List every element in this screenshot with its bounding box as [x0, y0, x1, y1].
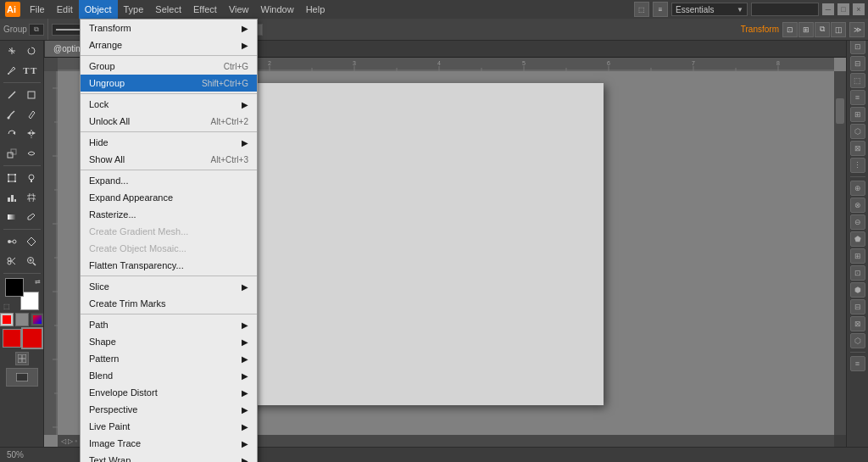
rp-btn-4[interactable]: ⬚	[850, 73, 865, 88]
gradient-tool[interactable]	[3, 208, 21, 226]
rotate-tool[interactable]	[3, 125, 21, 143]
menu-ungroup[interactable]: Ungroup Shift+Ctrl+G	[81, 75, 257, 92]
menu-transform[interactable]: Transform ▶	[81, 19, 257, 36]
arrange-mode-btn[interactable]: ⬚	[634, 2, 649, 17]
live-paint-tool[interactable]	[22, 232, 41, 251]
symbol-sprayer-tool[interactable]	[22, 169, 41, 187]
paintbrush-tool[interactable]	[3, 105, 21, 124]
menu-slice[interactable]: Slice ▶	[81, 278, 257, 295]
anchor-btn[interactable]: ⧉	[815, 22, 830, 37]
menu-image-trace[interactable]: Image Trace ▶	[81, 435, 257, 452]
screen-mode-btn[interactable]	[6, 368, 38, 387]
shape-tool[interactable]	[22, 86, 41, 104]
free-transform-tool[interactable]	[3, 169, 21, 187]
mesh-tool[interactable]	[22, 188, 41, 207]
menu-object[interactable]: Object	[79, 0, 118, 19]
menu-expand[interactable]: Expand...	[81, 172, 257, 189]
maximize-button[interactable]: □	[837, 3, 849, 15]
lasso-tool[interactable]	[22, 42, 41, 60]
pencil-tool[interactable]	[22, 105, 41, 124]
reflect-tool[interactable]	[22, 125, 41, 143]
eyedropper-tool[interactable]	[22, 208, 41, 226]
red-fill-btn[interactable]	[3, 329, 21, 348]
zoom-tool[interactable]	[22, 252, 41, 270]
magic-wand-tool[interactable]	[3, 42, 21, 60]
menu-shape[interactable]: Shape ▶	[81, 333, 257, 350]
blend-tool[interactable]	[3, 232, 21, 251]
panel-toggle-btn[interactable]: ≫	[849, 22, 865, 37]
rp-btn-11[interactable]: ⊗	[850, 198, 865, 213]
menu-live-paint[interactable]: Live Paint ▶	[81, 418, 257, 435]
rp-btn-9[interactable]: ⋮	[850, 158, 865, 173]
layout-mode-btn[interactable]: ≡	[653, 2, 668, 17]
rp-btn-17[interactable]: ⊟	[850, 299, 865, 314]
menu-arrange[interactable]: Arrange ▶	[81, 36, 257, 53]
line-tool[interactable]	[3, 86, 21, 104]
menu-group[interactable]: Group Ctrl+G	[81, 58, 257, 75]
rp-btn-8[interactable]: ⊠	[850, 141, 865, 156]
search-box[interactable]	[751, 3, 819, 16]
column-graph-tool[interactable]	[3, 188, 21, 207]
minimize-button[interactable]: ─	[822, 3, 834, 15]
menu-path[interactable]: Path ▶	[81, 316, 257, 333]
warp-tool[interactable]	[22, 144, 41, 163]
menu-rasterize[interactable]: Rasterize...	[81, 206, 257, 223]
default-colors-btn[interactable]: ⬚	[3, 303, 10, 310]
type-tool[interactable]: T T	[22, 61, 41, 80]
prev-page-btn[interactable]: ◁	[61, 437, 66, 445]
rp-btn-15[interactable]: ⊡	[850, 265, 865, 281]
rp-btn-20[interactable]: ≡	[850, 356, 865, 371]
next-page-btn[interactable]: ▷	[68, 437, 73, 445]
rp-btn-2[interactable]: ⊡	[850, 39, 865, 54]
scissors-tool[interactable]	[3, 252, 21, 270]
none-btn[interactable]	[15, 313, 29, 326]
rp-btn-13[interactable]: ⬟	[850, 231, 865, 247]
menu-select[interactable]: Select	[149, 0, 187, 19]
menu-effect[interactable]: Effect	[187, 0, 223, 19]
scale-tool[interactable]	[3, 144, 21, 163]
menu-window[interactable]: Window	[255, 0, 300, 19]
scrollbar-vertical[interactable]	[834, 71, 846, 435]
menu-text-wrap[interactable]: Text Wrap ▶	[81, 452, 257, 462]
rp-btn-14[interactable]: ⊞	[850, 248, 865, 264]
rp-btn-19[interactable]: ⬡	[850, 333, 865, 348]
menu-flatten-transparency[interactable]: Flatten Transparency...	[81, 257, 257, 274]
menu-pattern[interactable]: Pattern ▶	[81, 350, 257, 367]
rp-btn-10[interactable]: ⊕	[850, 181, 865, 196]
rp-btn-7[interactable]: ⬡	[850, 124, 865, 139]
menu-expand-appearance[interactable]: Expand Appearance	[81, 189, 257, 206]
menu-type[interactable]: Type	[118, 0, 150, 19]
color-mode-btn[interactable]	[0, 313, 14, 326]
view-btn[interactable]: ◫	[831, 22, 846, 37]
appearance-btn[interactable]	[31, 313, 44, 326]
menu-create-trim-marks[interactable]: Create Trim Marks	[81, 295, 257, 312]
menu-hide[interactable]: Hide ▶	[81, 134, 257, 151]
menu-unlock-all[interactable]: Unlock All Alt+Ctrl+2	[81, 113, 257, 130]
distribute-btn[interactable]: ⊞	[798, 22, 814, 37]
draw-normal-btn[interactable]	[15, 352, 29, 365]
pen-tool[interactable]	[3, 61, 21, 80]
close-button[interactable]: ×	[853, 3, 865, 15]
menu-help[interactable]: Help	[300, 0, 331, 19]
rp-btn-16[interactable]: ⬢	[850, 282, 865, 298]
swap-colors-btn[interactable]: ⇄	[35, 278, 41, 286]
rp-btn-3[interactable]: ⊟	[850, 56, 865, 71]
red-stroke-btn[interactable]	[23, 329, 42, 348]
rp-btn-12[interactable]: ⊖	[850, 214, 865, 230]
menu-show-all[interactable]: Show All Alt+Ctrl+3	[81, 151, 257, 168]
essentials-select[interactable]: Essentials ▼	[671, 3, 748, 16]
scrollbar-thumb-v[interactable]	[836, 98, 844, 124]
menu-file[interactable]: File	[24, 0, 51, 19]
transform-label[interactable]: Transform	[741, 25, 779, 34]
align-btn[interactable]: ⊡	[782, 22, 798, 37]
rp-btn-5[interactable]: ≡	[850, 90, 865, 105]
rp-btn-6[interactable]: ⊞	[850, 107, 865, 122]
fill-color-fg[interactable]	[5, 278, 24, 297]
menu-edit[interactable]: Edit	[51, 0, 79, 19]
menu-blend[interactable]: Blend ▶	[81, 367, 257, 384]
menu-perspective[interactable]: Perspective ▶	[81, 401, 257, 418]
menu-view[interactable]: View	[223, 0, 255, 19]
menu-lock[interactable]: Lock ▶	[81, 96, 257, 113]
menu-envelope-distort[interactable]: Envelope Distort ▶	[81, 384, 257, 401]
rp-btn-18[interactable]: ⊠	[850, 316, 865, 331]
